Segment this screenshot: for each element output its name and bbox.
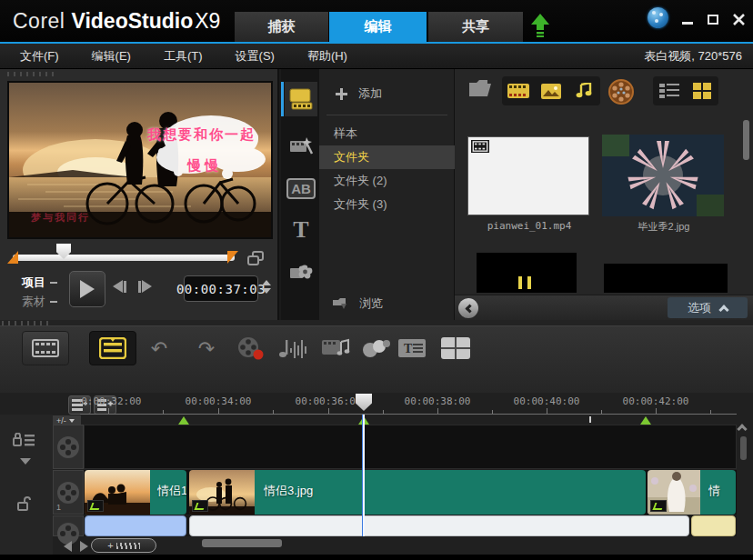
clip-qinglv1[interactable]: 情侣1	[85, 470, 186, 515]
preview-viewport[interactable]: 我想要和你一起 慢慢 梦与我同行	[7, 81, 273, 239]
nav-item-folder-selected[interactable]: 文件夹	[319, 145, 455, 169]
gallery-scrollbar[interactable]	[743, 120, 749, 160]
next-frame-button[interactable]	[138, 280, 152, 293]
window-maximize-button[interactable]	[704, 11, 722, 27]
category-title-button[interactable]: T	[285, 213, 317, 247]
tab-share[interactable]: 共享	[428, 12, 523, 42]
import-folder-button[interactable]	[467, 78, 493, 102]
chapter-marker[interactable]	[640, 416, 651, 425]
browse-button[interactable]: 浏览	[319, 291, 455, 316]
scroll-left-button[interactable]	[64, 541, 72, 552]
category-instant-project-button[interactable]	[285, 129, 317, 164]
video-track-header[interactable]: 1	[53, 470, 84, 515]
timeline-hscrollbar-thumb[interactable]	[202, 539, 282, 547]
menu-help[interactable]: 帮助(H)	[295, 48, 360, 65]
timeline-ruler[interactable]: 00:00:32:00 00:00:34:00 00:00:36:00 00:0…	[80, 393, 737, 415]
list-view-button[interactable]	[653, 76, 686, 105]
category-transition-button[interactable]: AB	[285, 171, 317, 205]
split-screen-template-button[interactable]	[440, 334, 471, 363]
clip-qinglv3[interactable]: 情侣3.jpg	[189, 470, 646, 515]
upload-arrow-icon[interactable]	[530, 14, 550, 37]
ripple-edit-all-icon[interactable]	[13, 433, 36, 451]
category-media-button[interactable]	[285, 82, 317, 116]
menu-settings[interactable]: 设置(S)	[223, 48, 287, 65]
collapse-track-arrow[interactable]	[20, 458, 31, 465]
music-clip-yellow[interactable]	[691, 515, 736, 536]
mode-project[interactable]: 项目	[22, 275, 57, 291]
music-track-header[interactable]	[53, 515, 84, 536]
filter-photos-button[interactable]	[535, 76, 567, 105]
photo-icon	[541, 84, 561, 99]
clip-label: 情侣1	[157, 483, 186, 499]
filter-audio-button[interactable]	[567, 76, 600, 105]
thumbnail-biyeji[interactable]	[602, 135, 724, 216]
clip-label: 情	[708, 483, 720, 499]
thumbnail-partial-1[interactable]	[477, 253, 577, 293]
music-clip-blue[interactable]	[85, 515, 186, 536]
collapse-left-button[interactable]	[458, 298, 478, 318]
nav-item-samples[interactable]: 样本	[319, 122, 455, 145]
track-gutter	[0, 415, 53, 560]
enlarge-preview-icon[interactable]	[247, 251, 266, 267]
play-icon	[80, 280, 95, 298]
trim-end-handle[interactable]	[227, 251, 238, 264]
chapter-marker[interactable]	[178, 416, 189, 425]
trim-start-handle[interactable]	[7, 251, 18, 264]
sphere-icon	[607, 78, 635, 105]
options-button[interactable]: 选项	[668, 297, 748, 318]
auto-music-button[interactable]	[320, 334, 351, 363]
overlay-track-header[interactable]	[53, 425, 84, 469]
mode-clip[interactable]: 素材	[22, 294, 57, 310]
play-button[interactable]	[69, 271, 105, 307]
thumbnail-pianwei-label: pianwei_01.mp4	[466, 220, 593, 232]
edit-toolbar: ↶ ↷	[0, 325, 753, 393]
subtitle-editor-button[interactable]: T	[397, 334, 427, 363]
track-reel-icon	[57, 482, 79, 504]
category-graphic-button[interactable]	[285, 255, 317, 289]
music-clip-white[interactable]	[189, 515, 689, 536]
app-logo: Corel VideoStudio X9	[13, 6, 220, 35]
scroll-right-button[interactable]	[80, 541, 88, 552]
panel-grip[interactable]	[7, 72, 55, 76]
timeline-view-button[interactable]	[89, 331, 136, 365]
menu-file[interactable]: 文件(F)	[7, 48, 72, 65]
filter-videos-button[interactable]	[502, 76, 535, 105]
add-folder-button[interactable]: 添加	[319, 82, 455, 105]
track-transparency-button[interactable]	[360, 334, 391, 363]
previous-frame-button[interactable]	[113, 280, 126, 293]
record-capture-button[interactable]	[235, 334, 266, 363]
seek-bar[interactable]	[13, 255, 235, 261]
backgrounds-button[interactable]	[607, 78, 635, 109]
svg-text:T: T	[404, 342, 413, 355]
options-label: 选项	[688, 300, 711, 316]
corel-account-icon[interactable]	[648, 7, 668, 28]
preview-timecode[interactable]: 00:00:37:03	[184, 275, 258, 302]
menu-edit[interactable]: 编辑(E)	[79, 48, 144, 65]
tab-edit[interactable]: 编辑	[329, 12, 427, 42]
thumbnail-pianwei[interactable]	[467, 136, 589, 215]
storyboard-view-button[interactable]	[22, 331, 69, 365]
thumbnail-partial-2[interactable]	[604, 264, 728, 293]
video-track-number: 1	[56, 503, 61, 512]
nav-item-label: 文件夹 (2)	[334, 173, 387, 189]
chevron-up-icon	[718, 305, 728, 315]
nav-item-folder-2[interactable]: 文件夹 (2)	[319, 169, 455, 193]
undo-button[interactable]: ↶	[144, 334, 175, 363]
window-minimize-button[interactable]	[678, 11, 697, 27]
grid-view-button[interactable]	[686, 76, 718, 105]
nav-item-folder-3[interactable]: 文件夹 (3)	[319, 193, 455, 216]
auto-scroll-button[interactable]: +	[91, 538, 156, 553]
track-unlock-icon[interactable]	[16, 496, 31, 515]
nav-item-label: 样本	[334, 125, 357, 142]
timecode-spinner[interactable]	[262, 280, 271, 294]
mode-clip-label: 素材	[22, 294, 45, 310]
sound-mixer-button[interactable]	[278, 334, 309, 363]
timeline-scroll-up-button[interactable]	[738, 422, 748, 431]
tab-capture[interactable]: 捕获	[235, 12, 328, 42]
timeline-vscrollbar-thumb[interactable]	[740, 436, 747, 460]
clip-qing[interactable]: 情	[648, 470, 736, 515]
overlay-track[interactable]	[84, 425, 737, 469]
window-close-button[interactable]	[729, 11, 748, 27]
menu-tools[interactable]: 工具(T)	[151, 48, 216, 65]
redo-button[interactable]: ↷	[191, 334, 222, 363]
